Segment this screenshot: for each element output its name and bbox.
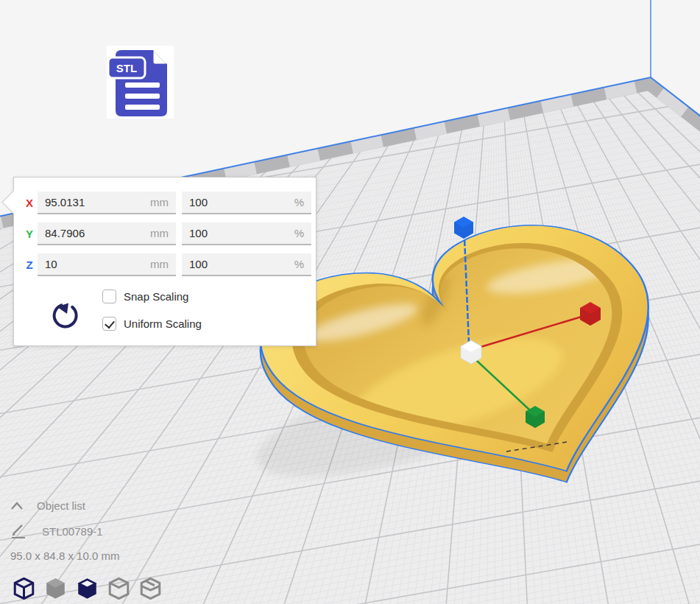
axis-z-label: Z xyxy=(21,259,38,271)
x-size-input[interactable] xyxy=(45,196,146,208)
uniform-scaling-label: Uniform Scaling xyxy=(124,317,202,330)
x-size-unit: mm xyxy=(150,196,169,208)
doc-text-line xyxy=(125,105,160,110)
scale-row-x: X mm % xyxy=(21,191,316,215)
snap-scaling-row: Snap Scaling xyxy=(102,289,188,303)
tool-solid-cube-icon[interactable] xyxy=(43,577,68,600)
scale-row-z: Z mm % xyxy=(21,253,316,277)
document-fold xyxy=(152,50,167,65)
object-dimensions: 95.0 x 84.8 x 10.0 mm xyxy=(0,542,236,562)
object-list-title: Object list xyxy=(37,499,85,512)
y-size-unit: mm xyxy=(150,227,169,239)
snap-scaling-label: Snap Scaling xyxy=(124,290,188,303)
doc-text-line xyxy=(125,82,160,88)
tool-cube-lid-icon[interactable] xyxy=(138,577,163,600)
x-percent-field: % xyxy=(182,192,311,214)
uniform-scaling-checkbox[interactable] xyxy=(102,317,116,331)
object-list-item[interactable]: STL00789-1 xyxy=(0,516,236,542)
stl-badge-label: STL xyxy=(116,62,137,74)
object-list-header[interactable]: Object list xyxy=(0,495,236,516)
z-size-unit: mm xyxy=(150,258,169,270)
z-percent-field: % xyxy=(182,253,311,276)
z-percent-input[interactable] xyxy=(189,258,290,270)
y-size-input[interactable] xyxy=(45,227,146,239)
axis-y-label: Y xyxy=(21,228,38,240)
scale-row-y: Y mm % xyxy=(21,222,316,246)
y-percent-unit: % xyxy=(294,227,304,239)
z-percent-unit: % xyxy=(294,258,304,270)
y-percent-field: % xyxy=(182,222,311,245)
stl-file-icon: STL xyxy=(107,46,174,119)
object-list-panel: Object list STL00789-1 95.0 x 84.8 x 10.… xyxy=(0,495,236,562)
x-percent-input[interactable] xyxy=(189,196,290,208)
bottom-toolbar xyxy=(12,577,163,600)
tool-cube-outline-icon[interactable] xyxy=(107,577,131,600)
y-percent-input[interactable] xyxy=(189,227,290,239)
z-size-input[interactable] xyxy=(45,258,146,270)
tool-wireframe-cube-icon[interactable] xyxy=(12,577,36,600)
x-size-field: mm xyxy=(38,192,176,214)
scale-tool-panel: X mm % Y mm % Z mm xyxy=(13,177,317,346)
x-percent-unit: % xyxy=(294,196,304,208)
tool-open-box-icon[interactable] xyxy=(75,577,99,600)
uniform-scaling-row: Uniform Scaling xyxy=(102,317,202,331)
reset-scale-button[interactable] xyxy=(51,298,86,335)
snap-scaling-checkbox[interactable] xyxy=(102,289,116,303)
doc-text-line xyxy=(125,94,160,99)
y-size-field: mm xyxy=(38,222,176,245)
pencil-icon xyxy=(10,523,26,539)
chevron-up-icon xyxy=(10,501,24,511)
z-size-field: mm xyxy=(38,253,176,276)
object-name: STL00789-1 xyxy=(42,525,103,538)
